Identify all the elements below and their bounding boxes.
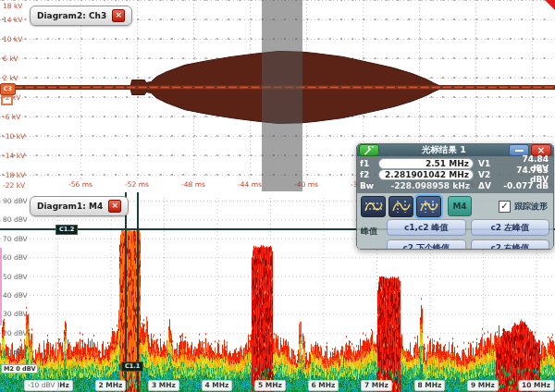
bottom-y-label: 60 dBV xyxy=(3,253,28,262)
value-readout: -0.077 dB xyxy=(501,181,550,190)
channel3-marker-badge[interactable]: C3 xyxy=(0,83,16,95)
channel3-ghost-marker xyxy=(1,95,13,105)
value-label: V2 xyxy=(476,170,499,179)
peak-button[interactable]: c2 下个峰值 xyxy=(387,239,466,250)
peak-button-grid: c1,c2 峰值c2 左峰值c2 下个峰值c2 右峰值 xyxy=(387,219,549,250)
measurement-row: Bw-228.098958 kHzΔV-0.077 dB xyxy=(360,180,550,190)
top-y-label: -18 kV xyxy=(3,171,25,179)
top-x-label: -56 ms xyxy=(68,180,92,189)
dialog-measurement-rows: f12.51 MHzV174.84 dBVf22.281901042 MHzV2… xyxy=(357,156,553,193)
diagram1-tab-label: Diagram1: M4 xyxy=(37,202,103,211)
reference-level-marker xyxy=(0,248,2,325)
measurement-row: f22.281901042 MHzV274.763 dBV xyxy=(360,169,550,179)
bottom-x-label: 9 MHz xyxy=(467,380,499,391)
wrench-icon[interactable] xyxy=(359,144,379,156)
trigger-marker-icon xyxy=(545,0,555,10)
bottom-x-label: 5 MHz xyxy=(254,380,286,391)
top-y-label: -10 kV xyxy=(3,132,25,141)
bottom-y-label: 10 dBV xyxy=(3,348,28,356)
top-y-label: -6 kV xyxy=(3,113,20,121)
bottom-x-label: 7 MHz xyxy=(361,380,392,391)
top-x-label: -52 ms xyxy=(125,180,149,189)
cursor-type-horizontal-icon[interactable] xyxy=(361,196,386,217)
bottom-y-label: 30 dBV xyxy=(3,310,28,318)
row-label: f1 xyxy=(360,159,376,168)
top-x-label: -48 ms xyxy=(181,180,205,189)
bottom-x-label: 2 MHz xyxy=(95,380,127,391)
peak-button-section: 峰值 c1,c2 峰值c2 左峰值c2 下个峰值c2 右峰值 xyxy=(361,219,549,250)
peak-button[interactable]: c1,c2 峰值 xyxy=(387,219,466,236)
dialog-icon-row: M4 ✓ 跟踪波形 xyxy=(361,195,549,217)
peak-button[interactable]: c2 左峰值 xyxy=(471,219,550,236)
top-y-label: 2 kV xyxy=(3,74,18,82)
diagram2-close-icon[interactable]: × xyxy=(112,9,125,22)
bottom-y-label: 40 dBV xyxy=(3,291,28,300)
top-y-label: 10 kV xyxy=(3,35,22,43)
bottom-y-label: 90 dBV xyxy=(3,197,28,205)
checkbox-check-icon[interactable]: ✓ xyxy=(499,201,511,213)
source-m4-button[interactable]: M4 xyxy=(448,196,472,216)
cursor-label-c1-1: C1.1 xyxy=(121,361,143,372)
f1-value-field[interactable]: 2.51 MHz xyxy=(378,158,474,169)
diagram1-tab[interactable]: Diagram1: M4 × xyxy=(30,196,129,216)
top-y-label: 18 kV xyxy=(3,2,22,10)
cursor-type-both-icon[interactable] xyxy=(416,196,441,217)
top-y-label: 14 kV xyxy=(3,16,22,24)
bottom-x-label: 3 MHz xyxy=(148,380,179,391)
zoom-region-overlay[interactable] xyxy=(262,0,302,191)
bottom-y-label: 20 dBV xyxy=(3,328,28,337)
peak-button[interactable]: c2 右峰值 xyxy=(471,239,550,250)
track-waveform-label: 跟踪波形 xyxy=(514,201,548,213)
bottom-y-label: 80 dBV xyxy=(3,215,28,224)
math-marker-badge[interactable]: M2 0 dBV xyxy=(1,364,38,374)
row-label: f2 xyxy=(360,170,376,179)
bottom-x-label: 4 MHz xyxy=(202,380,233,391)
top-x-label: -44 ms xyxy=(238,180,262,189)
diagram2-tab[interactable]: Diagram2: Ch3 × xyxy=(30,6,132,26)
bottom-edge-level-label: -10 dBV xyxy=(24,380,58,391)
oscilloscope-screen: 18 kV14 kV10 kV6 kV2 kV-2 kV-6 kV-10 kV-… xyxy=(0,0,555,392)
row-label: Bw xyxy=(360,181,376,190)
bottom-x-label: 10 MHz xyxy=(518,380,554,391)
cursor-label-c1-2: C1.2 xyxy=(56,225,78,235)
bottom-x-label: 8 MHz xyxy=(414,380,446,391)
dialog-title: 光标结果 1 xyxy=(381,144,507,156)
track-waveform-checkbox[interactable]: ✓ 跟踪波形 xyxy=(499,201,548,213)
f2-value-field[interactable]: 2.281901042 MHz xyxy=(378,169,474,180)
bottom-y-label: 50 dBV xyxy=(3,272,28,280)
value-label: V1 xyxy=(476,159,499,168)
diagram1-close-icon[interactable]: × xyxy=(108,200,121,213)
Bw-value-field: -228.098958 kHz xyxy=(378,181,474,190)
bottom-x-label: 6 MHz xyxy=(308,380,339,391)
dialog-lower-section: M4 ✓ 跟踪波形 峰值 c1,c2 峰值c2 左峰值c2 下个峰值c2 右峰值 xyxy=(357,193,553,250)
top-y-label: 6 kV xyxy=(3,55,18,63)
bottom-y-label: 70 dBV xyxy=(3,234,28,242)
peak-section-label: 峰值 xyxy=(361,219,383,238)
cursor-results-dialog: 光标结果 1 × f12.51 MHzV174.84 dBVf22.281901… xyxy=(356,143,554,250)
value-label: ΔV xyxy=(476,181,499,190)
top-y-label: -14 kV xyxy=(3,152,25,160)
top-y-label: -22 kV xyxy=(3,181,25,190)
cursor-type-vertical-icon[interactable] xyxy=(388,196,413,217)
diagram2-tab-label: Diagram2: Ch3 xyxy=(37,11,106,20)
